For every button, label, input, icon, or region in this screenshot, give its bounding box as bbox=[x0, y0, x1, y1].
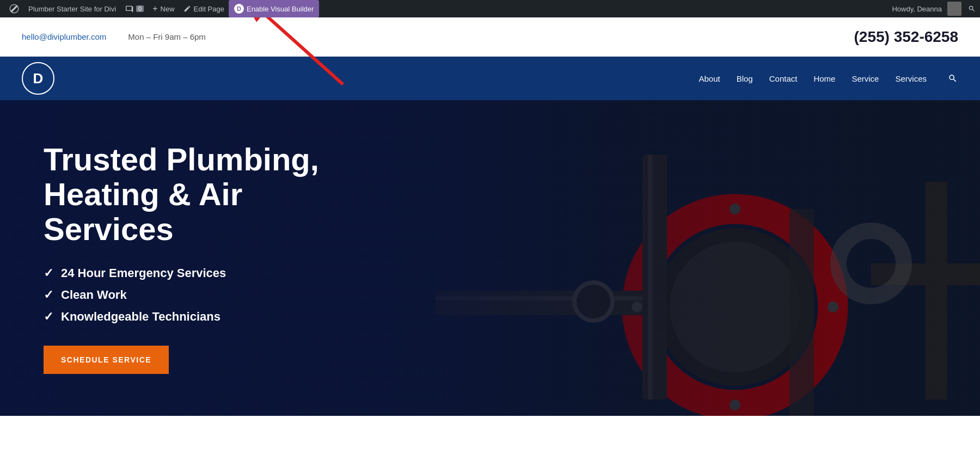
divi-circle: D bbox=[234, 4, 244, 14]
hero-section: Trusted Plumbing, Heating & Air Services… bbox=[0, 100, 980, 416]
site-name: Plumber Starter Site for Divi bbox=[28, 5, 116, 13]
hero-checklist: ✓ 24 Hour Emergency Services ✓ Clean Wor… bbox=[44, 266, 338, 324]
wp-logo-item[interactable] bbox=[4, 0, 24, 17]
howdy-text: Howdy, Deanna bbox=[892, 5, 942, 13]
comments-item[interactable]: 0 bbox=[120, 0, 148, 17]
check-icon-1: ✓ bbox=[44, 266, 53, 280]
schedule-service-button[interactable]: SCHEDULE SERVICE bbox=[44, 346, 169, 374]
business-hours: Mon – Fri 9am – 6pm bbox=[128, 32, 206, 41]
avatar bbox=[947, 2, 961, 16]
checklist-item-2: ✓ Clean Work bbox=[44, 288, 338, 302]
info-bar-left: hello@diviplumber.com Mon – Fri 9am – 6p… bbox=[22, 32, 854, 41]
checklist-item-1: ✓ 24 Hour Emergency Services bbox=[44, 266, 338, 280]
nav-search-icon[interactable] bbox=[947, 73, 958, 84]
check-icon-2: ✓ bbox=[44, 288, 53, 302]
hero-title: Trusted Plumbing, Heating & Air Services bbox=[44, 142, 338, 246]
nav-item-home[interactable]: Home bbox=[813, 74, 835, 83]
checklist-item-3-text: Knowledgeable Technicians bbox=[61, 310, 220, 324]
admin-bar: Plumber Starter Site for Divi 0 + New Ed… bbox=[0, 0, 980, 17]
check-icon-3: ✓ bbox=[44, 310, 53, 324]
checklist-item-2-text: Clean Work bbox=[61, 288, 127, 302]
contact-email[interactable]: hello@diviplumber.com bbox=[22, 32, 106, 41]
info-bar: hello@diviplumber.com Mon – Fri 9am – 6p… bbox=[0, 17, 980, 57]
nav-item-services[interactable]: Services bbox=[895, 74, 927, 83]
new-item[interactable]: + New bbox=[148, 0, 179, 17]
wordpress-icon bbox=[9, 3, 20, 14]
comments-count: 0 bbox=[136, 5, 144, 12]
nav-item-service[interactable]: Service bbox=[852, 74, 879, 83]
new-label: New bbox=[161, 5, 175, 13]
edit-page-item[interactable]: Edit Page bbox=[179, 0, 229, 17]
phone-number[interactable]: (255) 352-6258 bbox=[854, 28, 958, 46]
edit-page-label: Edit Page bbox=[194, 5, 224, 13]
nav-item-contact[interactable]: Contact bbox=[769, 74, 798, 83]
enable-vb-label: Enable Visual Builder bbox=[247, 5, 314, 13]
enable-visual-builder-item[interactable]: D Enable Visual Builder bbox=[229, 0, 319, 17]
comment-icon bbox=[125, 4, 133, 13]
nav-item-about[interactable]: About bbox=[699, 74, 720, 83]
nav-links: About Blog Contact Home Service Services bbox=[699, 73, 958, 84]
site-name-item[interactable]: Plumber Starter Site for Divi bbox=[24, 0, 120, 17]
hero-content: Trusted Plumbing, Heating & Air Services… bbox=[0, 109, 381, 406]
checklist-item-3: ✓ Knowledgeable Technicians bbox=[44, 310, 338, 324]
nav-bar: D About Blog Contact Home Service Servic… bbox=[0, 57, 980, 100]
checklist-item-1-text: 24 Hour Emergency Services bbox=[61, 266, 226, 280]
search-admin-icon[interactable] bbox=[968, 5, 976, 13]
site-logo[interactable]: D bbox=[22, 62, 54, 95]
edit-icon bbox=[183, 5, 191, 13]
admin-bar-right: Howdy, Deanna bbox=[892, 2, 976, 16]
nav-item-blog[interactable]: Blog bbox=[737, 74, 753, 83]
